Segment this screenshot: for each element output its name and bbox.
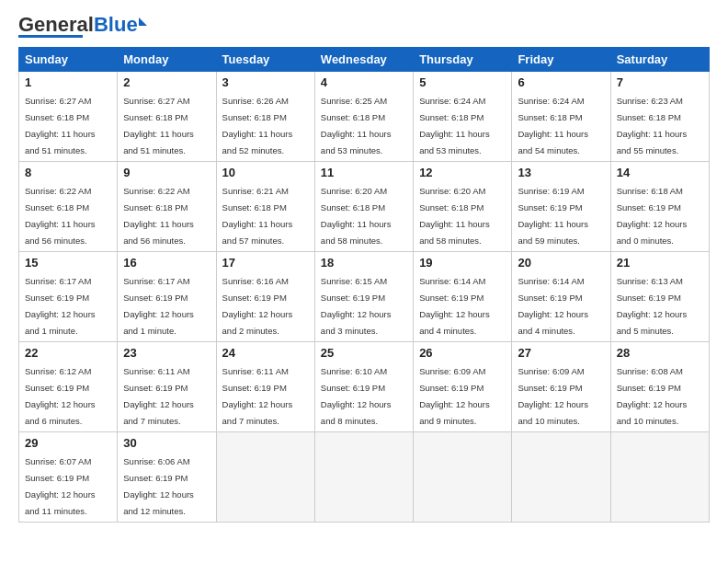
day-cell bbox=[512, 432, 610, 523]
day-info: Sunrise: 6:24 AMSunset: 6:18 PMDaylight:… bbox=[419, 96, 490, 155]
day-cell: 13Sunrise: 6:19 AMSunset: 6:19 PMDayligh… bbox=[512, 162, 610, 252]
day-cell bbox=[216, 432, 314, 523]
day-info: Sunrise: 6:27 AMSunset: 6:18 PMDaylight:… bbox=[123, 96, 194, 155]
day-number: 24 bbox=[222, 346, 309, 360]
column-header-sunday: Sunday bbox=[19, 48, 118, 72]
day-info: Sunrise: 6:06 AMSunset: 6:19 PMDaylight:… bbox=[123, 456, 194, 516]
day-cell: 20Sunrise: 6:14 AMSunset: 6:19 PMDayligh… bbox=[512, 252, 610, 342]
week-row-2: 8Sunrise: 6:22 AMSunset: 6:18 PMDaylight… bbox=[19, 162, 710, 252]
day-info: Sunrise: 6:27 AMSunset: 6:18 PMDaylight:… bbox=[25, 96, 96, 155]
day-cell: 27Sunrise: 6:09 AMSunset: 6:19 PMDayligh… bbox=[512, 342, 610, 432]
day-number: 23 bbox=[123, 346, 210, 360]
day-number: 17 bbox=[222, 256, 309, 270]
day-number: 22 bbox=[25, 346, 111, 360]
day-number: 30 bbox=[123, 436, 210, 450]
day-number: 28 bbox=[617, 346, 703, 360]
day-info: Sunrise: 6:11 AMSunset: 6:19 PMDaylight:… bbox=[123, 366, 194, 426]
day-info: Sunrise: 6:08 AMSunset: 6:19 PMDaylight:… bbox=[617, 366, 688, 426]
day-cell: 21Sunrise: 6:13 AMSunset: 6:19 PMDayligh… bbox=[610, 252, 709, 342]
day-cell: 2Sunrise: 6:27 AMSunset: 6:18 PMDaylight… bbox=[118, 72, 216, 162]
day-info: Sunrise: 6:22 AMSunset: 6:18 PMDaylight:… bbox=[25, 186, 96, 246]
calendar-table: SundayMondayTuesdayWednesdayThursdayFrid… bbox=[18, 47, 710, 523]
week-row-4: 22Sunrise: 6:12 AMSunset: 6:19 PMDayligh… bbox=[19, 342, 710, 432]
day-cell: 19Sunrise: 6:14 AMSunset: 6:19 PMDayligh… bbox=[414, 252, 512, 342]
day-info: Sunrise: 6:10 AMSunset: 6:19 PMDaylight:… bbox=[321, 366, 392, 426]
day-number: 8 bbox=[25, 166, 111, 179]
day-cell bbox=[314, 432, 413, 523]
day-cell: 25Sunrise: 6:10 AMSunset: 6:19 PMDayligh… bbox=[314, 342, 413, 432]
day-number: 20 bbox=[518, 256, 604, 270]
day-info: Sunrise: 6:22 AMSunset: 6:18 PMDaylight:… bbox=[123, 186, 194, 246]
column-header-wednesday: Wednesday bbox=[314, 48, 413, 72]
day-cell: 29Sunrise: 6:07 AMSunset: 6:19 PMDayligh… bbox=[19, 432, 118, 523]
day-info: Sunrise: 6:12 AMSunset: 6:19 PMDaylight:… bbox=[25, 366, 96, 426]
day-info: Sunrise: 6:25 AMSunset: 6:18 PMDaylight:… bbox=[321, 96, 392, 155]
day-cell: 16Sunrise: 6:17 AMSunset: 6:19 PMDayligh… bbox=[118, 252, 216, 342]
logo-triangle-icon bbox=[139, 17, 147, 26]
day-cell bbox=[414, 432, 512, 523]
day-number: 5 bbox=[419, 75, 506, 89]
day-info: Sunrise: 6:16 AMSunset: 6:19 PMDaylight:… bbox=[222, 276, 293, 336]
column-header-thursday: Thursday bbox=[414, 48, 512, 72]
day-cell: 24Sunrise: 6:11 AMSunset: 6:19 PMDayligh… bbox=[216, 342, 314, 432]
day-info: Sunrise: 6:20 AMSunset: 6:18 PMDaylight:… bbox=[419, 186, 490, 246]
day-cell: 23Sunrise: 6:11 AMSunset: 6:19 PMDayligh… bbox=[118, 342, 216, 432]
column-header-saturday: Saturday bbox=[610, 48, 709, 72]
week-row-5: 29Sunrise: 6:07 AMSunset: 6:19 PMDayligh… bbox=[19, 432, 710, 523]
day-cell: 7Sunrise: 6:23 AMSunset: 6:18 PMDaylight… bbox=[610, 72, 709, 162]
calendar-page: General Blue SundayMondayTuesdayWednesda… bbox=[0, 0, 728, 563]
day-number: 21 bbox=[617, 256, 703, 270]
day-cell: 6Sunrise: 6:24 AMSunset: 6:18 PMDaylight… bbox=[512, 72, 610, 162]
day-cell: 26Sunrise: 6:09 AMSunset: 6:19 PMDayligh… bbox=[414, 342, 512, 432]
day-info: Sunrise: 6:19 AMSunset: 6:19 PMDaylight:… bbox=[518, 186, 588, 246]
day-number: 16 bbox=[123, 256, 210, 270]
day-number: 27 bbox=[518, 346, 604, 360]
header: General Blue bbox=[18, 15, 710, 38]
day-cell: 28Sunrise: 6:08 AMSunset: 6:19 PMDayligh… bbox=[610, 342, 709, 432]
day-info: Sunrise: 6:23 AMSunset: 6:18 PMDaylight:… bbox=[617, 96, 688, 155]
day-cell: 15Sunrise: 6:17 AMSunset: 6:19 PMDayligh… bbox=[19, 252, 118, 342]
day-cell: 22Sunrise: 6:12 AMSunset: 6:19 PMDayligh… bbox=[19, 342, 118, 432]
day-info: Sunrise: 6:20 AMSunset: 6:18 PMDaylight:… bbox=[321, 186, 392, 246]
day-cell: 18Sunrise: 6:15 AMSunset: 6:19 PMDayligh… bbox=[314, 252, 413, 342]
column-header-monday: Monday bbox=[118, 48, 216, 72]
day-number: 7 bbox=[617, 75, 703, 89]
day-number: 3 bbox=[222, 75, 309, 89]
day-cell: 9Sunrise: 6:22 AMSunset: 6:18 PMDaylight… bbox=[118, 162, 216, 252]
logo-underline bbox=[18, 35, 83, 38]
day-cell: 11Sunrise: 6:20 AMSunset: 6:18 PMDayligh… bbox=[314, 162, 413, 252]
day-number: 11 bbox=[321, 166, 407, 179]
day-number: 12 bbox=[419, 166, 506, 179]
day-number: 6 bbox=[518, 75, 604, 89]
day-number: 26 bbox=[419, 346, 506, 360]
day-info: Sunrise: 6:09 AMSunset: 6:19 PMDaylight:… bbox=[419, 366, 490, 426]
day-number: 25 bbox=[321, 346, 407, 360]
day-info: Sunrise: 6:15 AMSunset: 6:19 PMDaylight:… bbox=[321, 276, 392, 336]
day-cell: 3Sunrise: 6:26 AMSunset: 6:18 PMDaylight… bbox=[216, 72, 314, 162]
day-cell: 5Sunrise: 6:24 AMSunset: 6:18 PMDaylight… bbox=[414, 72, 512, 162]
day-info: Sunrise: 6:18 AMSunset: 6:19 PMDaylight:… bbox=[617, 186, 688, 246]
day-number: 1 bbox=[25, 75, 111, 89]
day-info: Sunrise: 6:09 AMSunset: 6:19 PMDaylight:… bbox=[518, 366, 588, 426]
day-number: 15 bbox=[25, 256, 111, 270]
day-info: Sunrise: 6:17 AMSunset: 6:19 PMDaylight:… bbox=[25, 276, 96, 336]
day-info: Sunrise: 6:14 AMSunset: 6:19 PMDaylight:… bbox=[419, 276, 490, 336]
day-info: Sunrise: 6:21 AMSunset: 6:18 PMDaylight:… bbox=[222, 186, 293, 246]
day-number: 10 bbox=[222, 166, 309, 179]
logo-general: General bbox=[18, 15, 94, 35]
day-info: Sunrise: 6:13 AMSunset: 6:19 PMDaylight:… bbox=[617, 276, 688, 336]
day-number: 19 bbox=[419, 256, 506, 270]
day-number: 4 bbox=[321, 75, 407, 89]
day-info: Sunrise: 6:14 AMSunset: 6:19 PMDaylight:… bbox=[518, 276, 588, 336]
logo: General Blue bbox=[18, 15, 147, 38]
column-header-tuesday: Tuesday bbox=[216, 48, 314, 72]
day-cell: 10Sunrise: 6:21 AMSunset: 6:18 PMDayligh… bbox=[216, 162, 314, 252]
day-number: 14 bbox=[617, 166, 703, 179]
day-cell: 8Sunrise: 6:22 AMSunset: 6:18 PMDaylight… bbox=[19, 162, 118, 252]
column-header-friday: Friday bbox=[512, 48, 610, 72]
day-cell: 17Sunrise: 6:16 AMSunset: 6:19 PMDayligh… bbox=[216, 252, 314, 342]
day-info: Sunrise: 6:24 AMSunset: 6:18 PMDaylight:… bbox=[518, 96, 588, 155]
day-cell: 30Sunrise: 6:06 AMSunset: 6:19 PMDayligh… bbox=[118, 432, 216, 523]
day-number: 18 bbox=[321, 256, 407, 270]
week-row-1: 1Sunrise: 6:27 AMSunset: 6:18 PMDaylight… bbox=[19, 72, 710, 162]
